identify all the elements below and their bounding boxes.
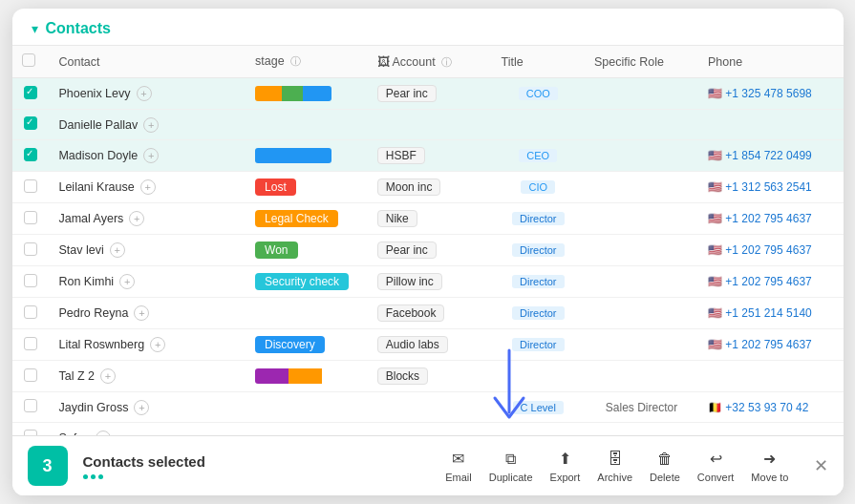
- stage-cell: Discovery: [246, 329, 368, 361]
- title-cell: Director: [492, 329, 585, 361]
- convert-icon: ↩: [704, 450, 727, 469]
- role-cell: [585, 203, 698, 235]
- action-email-button[interactable]: ✉ Email: [445, 450, 472, 483]
- stage-cell: Won: [246, 235, 368, 266]
- action-move-to-button[interactable]: ➜ Move to: [751, 450, 788, 483]
- email-label: Email: [445, 472, 472, 483]
- contact-name: Danielle Pallav+: [49, 110, 246, 140]
- title-cell: [492, 361, 585, 392]
- account-cell: Moon inc: [368, 172, 492, 203]
- delete-label: Delete: [650, 472, 680, 483]
- title-cell: Director: [492, 203, 585, 235]
- add-contact-btn[interactable]: +: [134, 400, 149, 415]
- contact-name: Phoenix Levy+: [49, 78, 246, 110]
- action-buttons: ✉ Email ⧉ Duplicate ⬆ Export 🗄 Archive 🗑…: [445, 450, 788, 483]
- add-contact-btn[interactable]: +: [143, 148, 159, 163]
- chevron-icon[interactable]: ▾: [32, 21, 38, 36]
- account-cell: Pear inc: [368, 78, 492, 110]
- title-cell: Director: [492, 235, 585, 266]
- phone-cell: 🇺🇸 +1 202 795 4637: [698, 235, 844, 266]
- role-cell: [585, 298, 698, 329]
- account-cell: [368, 110, 492, 140]
- add-contact-btn[interactable]: +: [143, 117, 159, 133]
- select-all-checkbox[interactable]: [22, 53, 35, 67]
- row-checkbox[interactable]: [24, 337, 37, 350]
- add-contact-btn[interactable]: +: [137, 86, 152, 101]
- add-contact-btn[interactable]: +: [150, 337, 165, 352]
- col-header-account: 🖼 Account ⓘ: [368, 46, 492, 78]
- row-checkbox[interactable]: [24, 116, 37, 130]
- title-cell: COO: [492, 78, 585, 110]
- contact-name: Ron Kimhi+: [49, 266, 246, 298]
- stage-info-icon: ⓘ: [290, 55, 301, 67]
- row-checkbox[interactable]: [24, 242, 37, 256]
- role-cell: [585, 423, 698, 436]
- bottom-bar: 3 Contacts selected ✉ Email ⧉ Duplicate …: [12, 435, 844, 495]
- phone-number: 🇺🇸 +1 202 795 4637: [708, 338, 834, 351]
- action-archive-button[interactable]: 🗄 Archive: [597, 450, 632, 483]
- add-contact-btn[interactable]: +: [119, 274, 135, 289]
- contacts-selected-label: Contacts selected: [83, 453, 205, 470]
- convert-label: Convert: [697, 472, 735, 483]
- title-cell: C Level: [492, 392, 585, 423]
- role-cell: [585, 110, 698, 140]
- add-contact-btn[interactable]: +: [140, 179, 156, 195]
- account-cell: Facebook: [368, 298, 492, 329]
- table-row: Ron Kimhi+Security checkPillow incDirect…: [12, 266, 844, 298]
- table-row: Lital Roswnberg+DiscoveryAudio labsDirec…: [12, 329, 844, 361]
- role-cell: [585, 361, 698, 392]
- action-delete-button[interactable]: 🗑 Delete: [650, 450, 680, 483]
- row-checkbox[interactable]: [24, 211, 37, 224]
- row-checkbox[interactable]: [24, 148, 37, 161]
- stage-cell: Security check: [246, 266, 368, 298]
- row-checkbox[interactable]: [24, 368, 37, 382]
- dot-2: [91, 474, 96, 479]
- col-header-stage: stage ⓘ: [246, 46, 368, 78]
- account-cell: Pillow inc: [368, 266, 492, 298]
- main-window: ▾ Contacts Contact stage ⓘ 🖼 Account ⓘ T…: [12, 9, 844, 495]
- account-cell: [368, 423, 492, 436]
- phone-number: 🇺🇸 +1 312 563 2541: [708, 180, 834, 194]
- add-contact-btn[interactable]: +: [134, 305, 149, 321]
- phone-cell: [698, 423, 844, 436]
- close-button[interactable]: ✕: [814, 457, 828, 474]
- export-icon: ⬆: [553, 450, 576, 469]
- stage-cell: [246, 140, 368, 172]
- phone-cell: 🇧🇪 +32 53 93 70 42: [698, 392, 844, 423]
- account-cell: HSBF: [368, 140, 492, 172]
- phone-cell: 🇺🇸 +1 854 722 0499: [698, 140, 844, 172]
- title-cell: [492, 110, 585, 140]
- add-contact-btn[interactable]: +: [100, 368, 116, 384]
- add-contact-btn[interactable]: +: [110, 242, 125, 258]
- selected-count-badge: 3: [28, 446, 68, 486]
- page-title: Contacts: [46, 20, 111, 37]
- row-checkbox[interactable]: [24, 86, 37, 99]
- row-checkbox[interactable]: [24, 305, 37, 319]
- phone-cell: 🇺🇸 +1 312 563 2541: [698, 172, 844, 203]
- action-export-button[interactable]: ⬆ Export: [550, 450, 581, 483]
- stage-cell: [246, 423, 368, 436]
- contacts-table-container: Contact stage ⓘ 🖼 Account ⓘ Title Specif…: [12, 46, 844, 435]
- table-row: Stav levi+WonPear incDirector🇺🇸 +1 202 7…: [12, 235, 844, 266]
- contacts-table: Contact stage ⓘ 🖼 Account ⓘ Title Specif…: [12, 46, 844, 435]
- phone-number: 🇺🇸 +1 854 722 0499: [708, 149, 834, 162]
- table-row: Jaydin Gross+C LevelSales Director🇧🇪 +32…: [12, 392, 844, 423]
- contact-name: Stav levi+: [49, 235, 246, 266]
- phone-number: 🇺🇸 +1 202 795 4637: [708, 212, 834, 225]
- col-header-contact: Contact: [49, 46, 246, 78]
- add-contact-btn[interactable]: +: [129, 211, 144, 226]
- export-label: Export: [550, 472, 581, 483]
- row-checkbox[interactable]: [24, 274, 37, 287]
- row-checkbox[interactable]: [24, 179, 37, 193]
- dot-1: [83, 474, 88, 479]
- action-convert-button[interactable]: ↩ Convert: [697, 450, 735, 483]
- row-checkbox[interactable]: [24, 399, 37, 412]
- dots-indicator: [83, 474, 205, 479]
- email-icon: ✉: [447, 450, 470, 469]
- action-duplicate-button[interactable]: ⧉ Duplicate: [489, 450, 533, 483]
- phone-number: 🇺🇸 +1 325 478 5698: [708, 87, 834, 100]
- account-cell: [368, 392, 492, 423]
- archive-label: Archive: [597, 472, 632, 483]
- phone-cell: 🇺🇸 +1 251 214 5140: [698, 298, 844, 329]
- account-cell: Pear inc: [368, 235, 492, 266]
